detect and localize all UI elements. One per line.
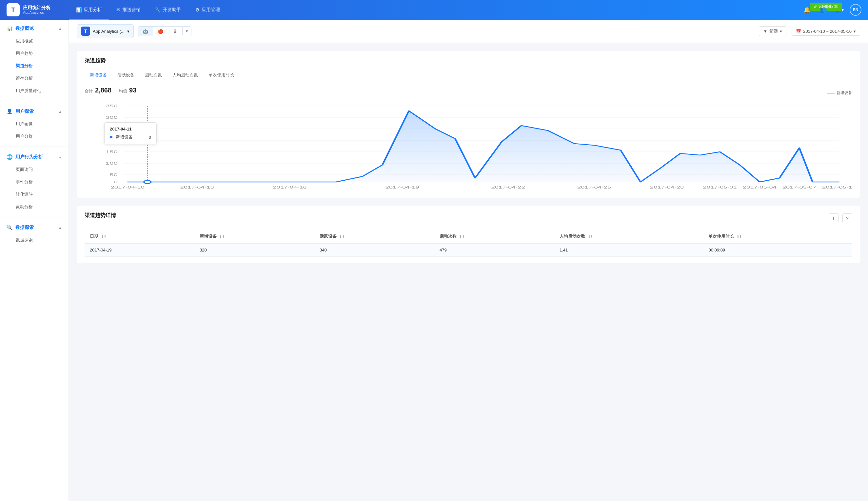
col-avg-launches[interactable]: 人均启动次数 ⬆⬇ [554,230,703,244]
svg-text:200: 200 [106,138,118,143]
table-header-row-el: 日期 ⬆⬇ 新增设备 ⬆⬇ 活跃设备 ⬆⬇ [85,230,852,244]
svg-text:2017-04-19: 2017-04-19 [385,185,419,189]
nav-item-push[interactable]: ✉ 推送营销 [109,0,148,20]
sort-icon-launches: ⬆⬇ [459,235,465,238]
sidebar-item-page-visit[interactable]: 页面访问 [0,163,68,176]
svg-text:2017-04-10: 2017-04-10 [111,185,144,189]
tab-new-devices[interactable]: 新增设备 [85,70,112,81]
table-section: 渠道趋势详情 ⬇ ? 日期 ⬆⬇ 新 [77,205,860,263]
sidebar-item-retention[interactable]: 留存分析 [0,72,68,85]
sidebar-item-app-overview[interactable]: 应用概览 [0,35,68,47]
col-launches-label: 启动次数 [440,234,457,239]
svg-text:2017-05-07: 2017-05-07 [782,185,816,189]
filter-icon: ▼ [763,29,767,34]
sidebar-section-data-explore: 🔍 数据探索 ▲ 数据探索 [0,219,68,249]
chevron-up-icon-3: ▲ [58,155,62,159]
col-active-devices-label: 活跃设备 [319,234,337,239]
nav-item-analytics[interactable]: 📊 应用分析 [69,0,109,20]
col-date[interactable]: 日期 ⬆⬇ [85,230,194,244]
data-icon: 🔍 [7,225,13,231]
sidebar-divider-3 [0,217,68,217]
sidebar-item-user-portrait[interactable]: 用户画像 [0,118,68,130]
chevron-up-icon: ▲ [58,26,62,31]
tab-launches[interactable]: 启动次数 [140,70,167,81]
person-icon: 👤 [7,108,13,115]
cell-active-devices: 340 [314,244,434,257]
date-range-button[interactable]: 📅 2017-04-10 ~ 2017-05-10 ▾ [792,27,860,36]
svg-text:250: 250 [106,127,118,131]
col-active-devices[interactable]: 活跃设备 ⬆⬇ [314,230,434,244]
app-selector-button[interactable]: T App Analytics (... ▾ [77,24,134,38]
col-duration[interactable]: 单次使用时长 ⬆⬇ [703,230,852,244]
filter-label: 筛选 [769,28,778,34]
svg-text:2017-04-16: 2017-04-16 [273,185,306,189]
chart-svg: 350 300 250 200 150 100 50 0 [85,99,852,191]
sidebar-item-dynamic-analysis[interactable]: 灵动分析 [0,201,68,213]
chart-section: 渠道趋势 新增设备 活跃设备 启动次数 人均启动次数 单次使用时长 合计 2,8… [77,51,860,198]
filter-button[interactable]: ▼ 筛选 ▾ [759,26,786,36]
svg-text:2017-04-22: 2017-04-22 [491,185,525,189]
globe-icon: 🌐 [7,154,13,160]
sidebar-item-user-trends[interactable]: 用户趋势 [0,47,68,60]
col-new-devices[interactable]: 新增设备 ⬆⬇ [194,230,314,244]
legend-line-icon [827,93,835,94]
download-button[interactable]: ⬇ [829,213,838,223]
sort-icon-new-devices: ⬆⬇ [219,235,225,238]
cell-new-devices: 320 [194,244,314,257]
sidebar-item-funnel[interactable]: 转化漏斗 [0,188,68,201]
platform-more-button[interactable]: ▾ [182,27,191,35]
col-launches[interactable]: 启动次数 ⬆⬇ [434,230,554,244]
app-selector-chevron-icon: ▾ [127,29,130,34]
add-user-button[interactable]: 👥 [818,4,829,15]
nav-item-manage[interactable]: ⚙ 应用管理 [188,0,227,20]
sidebar-item-channel-analysis[interactable]: 渠道分析 [0,60,68,72]
tab-active-devices[interactable]: 活跃设备 [112,70,140,81]
sidebar-group-data-explore[interactable]: 🔍 数据探索 ▲ [0,221,68,234]
chevron-down-icon: ▾ [842,7,844,12]
sidebar-item-event-analysis[interactable]: 事件分析 [0,176,68,188]
push-icon: ✉ [116,7,120,12]
page-content: 渠道趋势 新增设备 活跃设备 启动次数 人均启动次数 单次使用时长 合计 2,8… [69,43,868,271]
sort-icon-date: ⬆⬇ [101,235,106,238]
tab-duration[interactable]: 单次使用时长 [203,70,239,81]
app-body: 📊 数据概览 ▲ 应用概览 用户趋势 渠道分析 留存分析 用户质量评估 👤 用户… [0,20,868,501]
table-body: 2017-04-19 320 340 479 1.41 00:09:09 [85,244,852,257]
svg-text:2017-04-25: 2017-04-25 [577,185,611,189]
sidebar-item-data-explore[interactable]: 数据探索 [0,234,68,246]
sidebar-section-overview: 📊 数据概览 ▲ 应用概览 用户趋势 渠道分析 留存分析 用户质量评估 [0,20,68,100]
nav-label-push: 推送营销 [122,7,141,13]
top-nav-menu: 📊 应用分析 ✉ 推送营销 🔧 开发助手 ⚙ 应用管理 [69,0,802,20]
help-button[interactable]: ? [843,213,852,223]
chart-stats: 合计 2,868 均值 93 [85,87,137,94]
main-content: T App Analytics (... ▾ 🤖 🍎 🖥 ▾ ▼ 筛选 ▾ [69,20,868,501]
tab-avg-launches[interactable]: 人均启动次数 [167,70,203,81]
chart-tabs: 新增设备 活跃设备 启动次数 人均启动次数 单次使用时长 [85,70,852,81]
language-button[interactable]: EN [850,4,861,16]
nav-label-manage: 应用管理 [202,7,220,13]
section-title: 渠道趋势 [85,57,852,64]
total-value: 2,868 [95,87,111,94]
platform-android-button[interactable]: 🤖 [138,26,153,36]
sidebar-item-user-quality[interactable]: 用户质量评估 [0,85,68,97]
platform-ios-button[interactable]: 🍎 [153,26,168,36]
sidebar-item-user-segment[interactable]: 用户分群 [0,130,68,143]
platform-web-button[interactable]: 🖥 [168,26,182,36]
avg-value: 93 [129,87,137,94]
sidebar-group-behavior[interactable]: 🌐 用户行为分析 ▲ [0,151,68,163]
cell-date: 2017-04-19 [85,244,194,257]
platform-selector: 🤖 🍎 🖥 ▾ [138,26,192,36]
col-avg-launches-label: 人均启动次数 [560,234,585,239]
sidebar-section-user-explore: 👤 用户探索 ▲ 用户画像 用户分群 [0,103,68,145]
sidebar-group-data-overview[interactable]: 📊 数据概览 ▲ [0,22,68,35]
filter-chevron-icon: ▾ [780,29,782,34]
date-chevron-icon: ▾ [854,29,856,34]
data-table: 日期 ⬆⬇ 新增设备 ⬆⬇ 活跃设备 ⬆⬇ [85,230,852,257]
col-new-devices-label: 新增设备 [199,234,217,239]
sidebar-group-user-explore[interactable]: 👤 用户探索 ▲ [0,105,68,118]
svg-text:2017-05-01: 2017-05-01 [703,185,737,189]
sidebar-section-behavior: 🌐 用户行为分析 ▲ 页面访问 事件分析 转化漏斗 灵动分析 [0,148,68,216]
app-selector-label: App Analytics (... [93,29,124,34]
nav-item-dev[interactable]: 🔧 开发助手 [148,0,188,20]
notification-button[interactable]: 🔔 [802,4,812,15]
col-duration-label: 单次使用时长 [708,234,734,239]
